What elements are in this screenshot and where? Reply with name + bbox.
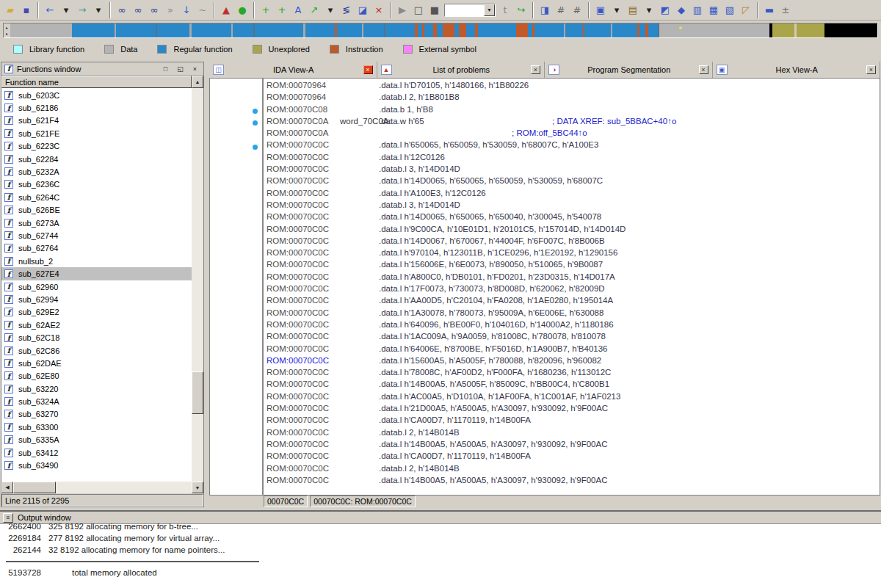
jump-next-icon[interactable]: ↗ <box>306 3 322 18</box>
tab-close-icon[interactable]: × <box>866 65 876 74</box>
tab-problems[interactable]: ▲List of problems× <box>377 62 545 78</box>
names-window-icon[interactable]: ▦ <box>706 3 722 18</box>
undo-icon[interactable]: ~ <box>195 3 211 18</box>
disasm-line[interactable]: ROM:00070964.datab.l 2, h'1B801B8 <box>264 92 880 104</box>
breakpoints-window-icon[interactable]: ◆ <box>673 3 689 18</box>
disasm-line[interactable]: ROM:00070C0C.data.l h'156006E, h'6E0073,… <box>264 260 880 272</box>
tab-close-icon[interactable]: × <box>363 65 373 74</box>
nav-back-icon[interactable]: ← <box>42 3 58 18</box>
list-item[interactable]: fsub_6273A <box>1 217 192 229</box>
disasm-line[interactable]: ROM:00070C0C.data.l h'640096, h'BE00F0, … <box>264 320 880 332</box>
disasm-line[interactable]: ROM:00070C0C.data.l h'14D0065, h'650065,… <box>264 212 880 224</box>
list-item[interactable]: fsub_6324A <box>1 395 192 407</box>
disasm-line[interactable]: ROM:00070C0C.data.l h'14B00A5, h'A500A5,… <box>264 476 880 487</box>
attach-process-icon[interactable]: t <box>497 3 513 18</box>
disasm-line[interactable]: ROM:00070C0C.data.l h'14B00A5, h'A500A5,… <box>264 440 880 451</box>
calculator-icon[interactable]: ± <box>777 3 794 18</box>
analysis-indicator-icon[interactable]: ● <box>234 3 250 18</box>
desktop-save-history-icon[interactable]: ▾ <box>609 3 625 18</box>
create-struct-icon[interactable]: + <box>258 3 274 18</box>
chevron-down-icon[interactable]: ▼ <box>484 4 495 16</box>
functions-window-titlebar[interactable]: f Functions window □ ◱ × <box>1 62 203 76</box>
list-item[interactable]: fnullsub_2 <box>1 255 192 267</box>
save-file-icon[interactable]: ▪ <box>18 3 35 18</box>
maximize-icon[interactable]: □ <box>160 64 171 73</box>
disasm-line[interactable]: ROM:00070C0C.datab.l 2, h'14B014B <box>264 464 880 476</box>
disasm-line[interactable]: ROM:00070C0C.datab.l 3, h'14D014D <box>264 164 880 176</box>
jump-xref-icon[interactable]: » <box>162 3 178 18</box>
jump-address-icon[interactable]: ↓ <box>178 3 195 18</box>
window-tile-icon[interactable]: ◩ <box>657 3 673 18</box>
list-item[interactable]: fsub_62DAE <box>1 357 192 369</box>
disasm-line[interactable]: ROM:00070C0A; ROM:off_5BC44↑o <box>264 128 880 140</box>
disasm-line[interactable]: ROM:00070C0C.datab.l 3, h'14D014D <box>264 200 880 212</box>
debug-pause-icon[interactable]: □ <box>410 3 427 18</box>
flow-chart-icon[interactable]: ▲ <box>218 3 234 18</box>
search-text-icon[interactable]: ∞ <box>130 3 146 18</box>
disasm-line[interactable]: ROM:00070C0C.data.l h'A100E3, h'12C0126 <box>264 189 880 200</box>
ida-view-content[interactable]: ROM:00070964.data.l h'D70105, h'1480166,… <box>209 78 880 496</box>
list-item[interactable]: fsub_629E2 <box>1 306 192 319</box>
segments-window-icon[interactable]: ▥ <box>689 3 706 18</box>
disasm-line[interactable]: ROM:00070C08.data.b 1, h'B8 <box>264 105 880 117</box>
list-item[interactable]: fsub_62994 <box>1 293 192 305</box>
list-item[interactable]: fsub_62186 <box>1 101 192 114</box>
list-item[interactable]: fsub_621F4 <box>1 115 192 127</box>
disasm-line[interactable]: ROM:00070C0C.data.l h'17F0073, h'730073,… <box>264 284 880 296</box>
functions-horizontal-scrollbar[interactable] <box>13 482 192 493</box>
scroll-up-icon[interactable]: ▲ <box>192 76 203 88</box>
debugger-select-combobox[interactable]: ▼ <box>444 4 496 17</box>
open-file-icon[interactable]: ▰ <box>2 3 18 18</box>
disasm-line[interactable]: ROM:00070C0C.data.l h'650065, h'650059, … <box>264 140 880 152</box>
restore-icon[interactable]: ◱ <box>175 64 186 73</box>
nav-back-history-icon[interactable]: ▾ <box>58 3 74 18</box>
list-item[interactable]: fsub_62764 <box>1 242 192 255</box>
disasm-line[interactable]: ROM:00070C0C.datab.l 2, h'14B014B <box>264 428 880 440</box>
desktop-load-history-icon[interactable]: ▾ <box>641 3 657 18</box>
tab-segmentation[interactable]: ◑Program Segmentation× <box>545 62 713 78</box>
scroll-left-icon[interactable]: ◀ <box>1 482 13 493</box>
list-item[interactable]: fsub_63220 <box>1 382 192 395</box>
list-item[interactable]: fsub_6232A <box>1 165 192 178</box>
edit-colors-icon[interactable]: ◪ <box>355 3 371 18</box>
list-item[interactable]: fsub_62C18 <box>1 331 192 344</box>
open-calls-icon[interactable]: ◨ <box>537 3 553 18</box>
list-item[interactable]: fsub_626BE <box>1 204 192 217</box>
list-item[interactable]: fsub_63270 <box>1 408 192 421</box>
nav-forward-icon[interactable]: → <box>74 3 90 18</box>
list-item[interactable]: fsub_6335A <box>1 434 192 446</box>
list-item[interactable]: fsub_6236C <box>1 178 192 191</box>
desktop-save-icon[interactable]: ▣ <box>592 3 609 18</box>
search-sequence-icon[interactable]: ∞ <box>146 3 162 18</box>
disasm-line[interactable]: ROM:00070C0C.data.l h'21D00A5, h'A500A5,… <box>264 404 880 415</box>
debug-stop-icon[interactable]: ■ <box>427 3 443 18</box>
disasm-line[interactable]: ROM:00070C0C.data.l h'15600A5, h'A5005F,… <box>264 356 880 368</box>
disasm-line[interactable]: ROM:00070C0C.data.l h'64006E, h'8700BE, … <box>264 344 880 356</box>
list-item[interactable]: fsub_62C86 <box>1 344 192 357</box>
desktop-load-icon[interactable]: ▤ <box>625 3 641 18</box>
undefine-icon[interactable]: × <box>371 3 387 18</box>
set-type-icon[interactable]: ≶ <box>338 3 355 18</box>
disasm-line[interactable]: ROM:00070C0C.data.l h'A800C0, h'DB0101, … <box>264 272 880 284</box>
disasm-line[interactable]: ROM:00070C0C.data.l h'14D0065, h'650065,… <box>264 176 880 188</box>
list-item[interactable]: fsub_6264C <box>1 191 192 203</box>
close-icon[interactable]: × <box>189 64 200 73</box>
disasm-line[interactable]: ROM:00070C0Aword_70C0A:.data.w h'65; DAT… <box>264 117 880 128</box>
list-item[interactable]: fsub_62AE2 <box>1 319 192 331</box>
disasm-line[interactable]: ROM:00070C0C.data.l h'14B00A5, h'A5005F,… <box>264 380 880 391</box>
debug-run-icon[interactable]: ▶ <box>394 3 410 18</box>
list-item[interactable]: fsub_63300 <box>1 421 192 433</box>
vertical-scrollbar-thumb[interactable] <box>192 371 203 414</box>
create-array-icon[interactable]: + <box>274 3 290 18</box>
list-item[interactable]: fsub_621FE <box>1 127 192 139</box>
list-item[interactable]: fsub_63490 <box>1 459 192 471</box>
disasm-line[interactable]: ROM:00070C0C.data.l h'1AC009A, h'9A0059,… <box>264 332 880 344</box>
function-prev-icon[interactable]: # <box>553 3 569 18</box>
list-item[interactable]: fsub_6203C <box>1 89 192 101</box>
list-item[interactable]: fsub_62E80 <box>1 370 192 382</box>
function-name-column-header[interactable]: Function name <box>1 76 192 88</box>
strings-window-icon[interactable]: ▧ <box>722 3 738 18</box>
list-item[interactable]: fsub_62960 <box>1 280 192 293</box>
disasm-line[interactable]: ROM:00070C0C.data.l h'12C0126 <box>264 153 880 164</box>
function-next-icon[interactable]: # <box>569 3 585 18</box>
